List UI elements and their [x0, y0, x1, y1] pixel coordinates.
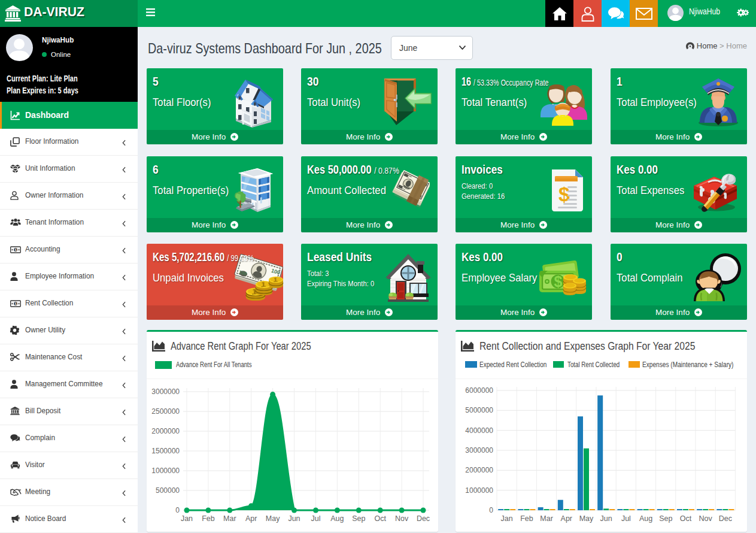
svg-text:$: $ [558, 183, 570, 205]
svg-text:Dec: Dec [719, 514, 732, 523]
svg-text:May: May [266, 514, 280, 523]
svg-text:Aug: Aug [330, 514, 344, 523]
svg-text:500000: 500000 [156, 486, 180, 495]
svg-text:3000000: 3000000 [465, 446, 493, 455]
svg-text:Apr: Apr [245, 514, 257, 523]
svg-text:Feb: Feb [202, 514, 215, 523]
svg-text:1000000: 1000000 [465, 486, 493, 495]
svg-text:Jul: Jul [311, 514, 321, 523]
svg-text:Feb: Feb [520, 514, 533, 523]
svg-text:Mar: Mar [223, 514, 236, 523]
svg-text:Jan: Jan [501, 514, 513, 523]
svg-text:Jun: Jun [600, 514, 612, 523]
svg-text:$: $ [554, 273, 563, 290]
svg-text:Jan: Jan [181, 514, 193, 523]
svg-text:Dec: Dec [417, 514, 430, 523]
svg-text:2000000: 2000000 [465, 466, 493, 474]
svg-text:0: 0 [175, 506, 180, 514]
svg-text:2500000: 2500000 [151, 407, 180, 416]
svg-text:Nov: Nov [699, 514, 713, 523]
svg-text:Apr: Apr [561, 514, 572, 523]
svg-text:1000000: 1000000 [151, 467, 180, 475]
svg-text:Sep: Sep [352, 514, 365, 523]
svg-text:Mar: Mar [540, 514, 553, 523]
svg-text:6000000: 6000000 [465, 386, 493, 395]
svg-text:4000000: 4000000 [465, 426, 493, 435]
svg-text:1500000: 1500000 [151, 447, 180, 455]
svg-text:Jul: Jul [621, 514, 631, 523]
svg-text:Nov: Nov [395, 514, 409, 523]
svg-text:3000000: 3000000 [151, 387, 180, 396]
svg-text:Oct: Oct [680, 514, 692, 523]
svg-text:5000000: 5000000 [465, 406, 493, 414]
svg-text:2000000: 2000000 [151, 427, 180, 435]
svg-text:0: 0 [489, 506, 493, 514]
svg-text:Oct: Oct [374, 514, 386, 523]
svg-text:May: May [579, 514, 594, 523]
svg-text:Aug: Aug [639, 514, 652, 523]
svg-text:Jun: Jun [288, 514, 300, 523]
svg-text:Sep: Sep [659, 514, 672, 523]
